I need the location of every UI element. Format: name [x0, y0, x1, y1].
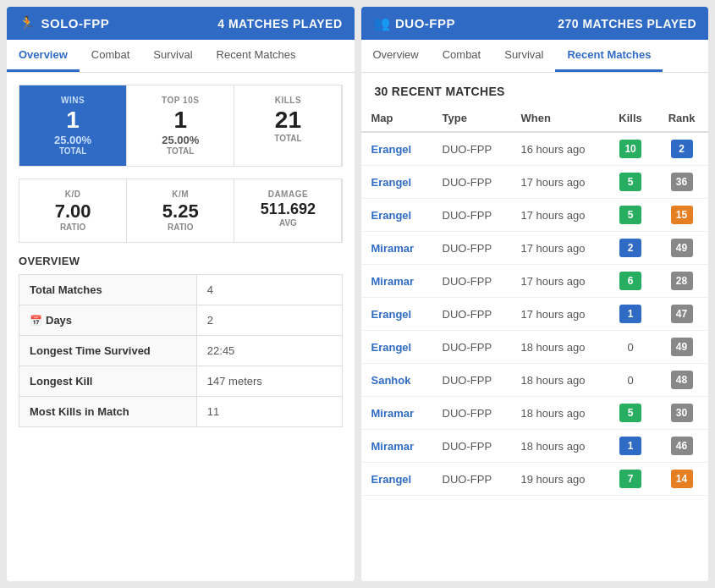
overview-row: Most Kills in Match11 [19, 397, 343, 427]
overview-row: 📅Days2 [19, 305, 343, 336]
matches-table: Map Type When Kills Rank ErangelDUO-FPP1… [361, 105, 709, 496]
tab-overview-duo[interactable]: Overview [361, 40, 431, 72]
overview-row-value: 4 [196, 275, 342, 305]
tab-overview-solo[interactable]: Overview [7, 40, 80, 72]
match-type: DUO-FPP [432, 364, 511, 397]
rank-badge: 28 [671, 272, 693, 290]
damage-box: DAMAGE 511.692 AVG [234, 179, 341, 242]
col-kills: Kills [606, 105, 655, 132]
match-type: DUO-FPP [432, 232, 511, 265]
match-map[interactable]: Miramar [361, 265, 432, 298]
match-rank: 49 [655, 331, 708, 364]
overview-row-label: Total Matches [19, 275, 197, 305]
overview-title: OVERVIEW [19, 255, 343, 267]
recent-matches-title: 30 RECENT MATCHES [361, 73, 709, 105]
wins-label: WINS [28, 96, 118, 105]
top10s-sublabel: TOTAL [135, 146, 225, 156]
duo-mode: 👥 DUO-FPP [373, 15, 456, 31]
match-rank: 2 [655, 132, 708, 166]
overview-row: Total Matches4 [19, 275, 343, 305]
rank-badge: 2 [671, 140, 693, 158]
match-when: 18 hours ago [511, 430, 607, 463]
match-kills: 2 [606, 232, 655, 265]
kills-badge: 1 [619, 305, 641, 323]
match-when: 18 hours ago [511, 331, 607, 364]
rank-badge: 46 [671, 437, 693, 455]
kills-badge: 5 [619, 404, 641, 422]
overview-row-label: 📅Days [19, 305, 197, 336]
kills-badge: 1 [619, 437, 641, 455]
km-sublabel: RATIO [135, 223, 225, 232]
match-kills: 0 [606, 364, 655, 397]
wins-percent: 25.00% [28, 134, 118, 146]
match-map[interactable]: Miramar [361, 232, 432, 265]
top10s-label: TOP 10S [135, 96, 225, 105]
tab-recentmatches-duo[interactable]: Recent Matches [555, 40, 663, 72]
col-type: Type [432, 105, 511, 132]
rank-badge: 49 [671, 239, 693, 257]
match-map[interactable]: Erangel [361, 331, 432, 364]
tab-recentmatches-solo[interactable]: Recent Matches [205, 40, 308, 72]
km-value: 5.25 [135, 201, 225, 223]
match-map[interactable]: Erangel [361, 298, 432, 331]
duo-mode-label: DUO-FPP [395, 16, 455, 30]
kills-badge: 7 [619, 470, 641, 488]
match-rank: 14 [655, 463, 708, 496]
calendar-icon: 📅 [30, 315, 42, 327]
match-row: ErangelDUO-FPP17 hours ago536 [361, 166, 709, 199]
damage-label: DAMAGE [243, 190, 333, 199]
kills-label: KILLS [243, 96, 333, 105]
match-type: DUO-FPP [432, 298, 511, 331]
match-map[interactable]: Erangel [361, 166, 432, 199]
match-map[interactable]: Erangel [361, 199, 432, 232]
match-map[interactable]: Erangel [361, 463, 432, 496]
match-when: 17 hours ago [511, 166, 607, 199]
match-row: ErangelDUO-FPP19 hours ago714 [361, 463, 709, 496]
tab-survival-solo[interactable]: Survival [141, 40, 204, 72]
wins-box: WINS 1 25.00% TOTAL [19, 85, 126, 166]
kd-sublabel: RATIO [28, 223, 118, 232]
match-rank: 36 [655, 166, 708, 199]
duo-tab-bar: Overview Combat Survival Recent Matches [361, 40, 709, 73]
match-map[interactable]: Miramar [361, 397, 432, 430]
match-map[interactable]: Miramar [361, 430, 432, 463]
overview-row: Longest Time Survived22:45 [19, 336, 343, 366]
overview-row-value: 147 meters [196, 366, 342, 397]
duo-matches-played: 270 MATCHES PLAYED [558, 17, 696, 30]
kd-value: 7.00 [28, 201, 118, 223]
kills-badge: 5 [619, 206, 641, 224]
rank-badge: 47 [671, 305, 693, 323]
match-when: 17 hours ago [511, 199, 607, 232]
match-type: DUO-FPP [432, 463, 511, 496]
match-rank: 49 [655, 232, 708, 265]
rank-badge: 30 [671, 404, 693, 422]
match-row: ErangelDUO-FPP17 hours ago147 [361, 298, 709, 331]
rank-badge: 36 [671, 173, 693, 191]
match-type: DUO-FPP [432, 397, 511, 430]
match-row: ErangelDUO-FPP17 hours ago515 [361, 199, 709, 232]
match-kills: 5 [606, 166, 655, 199]
match-rank: 30 [655, 397, 708, 430]
top10s-box: TOP 10S 1 25.00% TOTAL [127, 85, 234, 166]
top-stats-grid: WINS 1 25.00% TOTAL TOP 10S 1 25.00% TOT… [19, 85, 343, 167]
solo-mode-label: SOLO-FPP [41, 16, 110, 30]
duo-icon: 👥 [373, 15, 391, 31]
match-map[interactable]: Erangel [361, 132, 432, 166]
tab-survival-duo[interactable]: Survival [492, 40, 555, 72]
match-when: 17 hours ago [511, 265, 607, 298]
match-rank: 46 [655, 430, 708, 463]
tab-combat-duo[interactable]: Combat [431, 40, 493, 72]
overview-row-value: 2 [196, 305, 342, 336]
solo-mode: 🏃 SOLO-FPP [19, 15, 109, 31]
match-kills: 10 [606, 132, 655, 166]
rank-badge: 48 [671, 371, 693, 389]
match-map[interactable]: Sanhok [361, 364, 432, 397]
match-when: 19 hours ago [511, 463, 607, 496]
match-type: DUO-FPP [432, 265, 511, 298]
match-type: DUO-FPP [432, 430, 511, 463]
wins-value: 1 [28, 107, 118, 134]
kills-badge: 10 [619, 140, 641, 158]
match-kills: 1 [606, 430, 655, 463]
tab-combat-solo[interactable]: Combat [80, 40, 142, 72]
match-kills: 5 [606, 397, 655, 430]
